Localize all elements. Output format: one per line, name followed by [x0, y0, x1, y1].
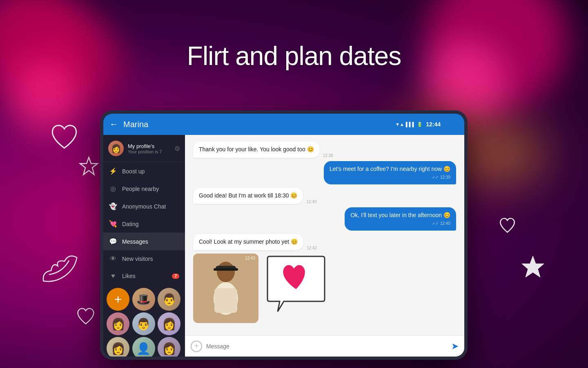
message-bubble: Ok, I'll text you later in the afternoon…: [345, 207, 456, 231]
clock: 12:44: [426, 121, 441, 128]
nav-title: Marina: [123, 120, 395, 129]
sidebar-item-boost[interactable]: ⚡ Boost up: [103, 162, 185, 180]
likes-badge: 7: [172, 274, 179, 279]
deco-heart-bottomleft: [76, 307, 96, 330]
table-row: Thank you for your like. You look good t…: [193, 141, 456, 158]
svg-rect-7: [214, 288, 237, 313]
nav-bar: ← Marina ▼▲ ▌▌▌ 🔋 12:44 👤: [103, 114, 464, 135]
read-ticks: ✓✓: [432, 221, 439, 227]
list-item[interactable]: 👨: [132, 312, 155, 335]
sidebar: 👩 My profile's Your position is 7 ⚙ ⚡ Bo…: [103, 135, 185, 357]
sidebar-item-dating[interactable]: 💘 Dating: [103, 215, 185, 233]
avatar: 👩: [108, 141, 124, 156]
page-title: Flirt and plan dates: [0, 41, 588, 71]
message-text: Good idea! But I'm at work till 18:30 😊: [199, 192, 297, 199]
photo-message: 12:43: [193, 254, 258, 323]
anon-label: Anonymous Chat: [122, 203, 166, 210]
message-text: Thank you for your like. You look good t…: [199, 146, 314, 153]
attach-button[interactable]: +: [191, 341, 202, 352]
dating-icon: 💘: [109, 220, 117, 228]
back-button[interactable]: ←: [109, 119, 118, 130]
message-time: 12:42: [307, 246, 317, 250]
anon-icon: 👻: [109, 202, 117, 210]
sidebar-item-visitors[interactable]: 👁 New visitors: [103, 250, 185, 267]
message-text: Cool! Look at my summer photo yet 😊: [199, 238, 298, 245]
wifi-icon: ▼▲: [395, 122, 404, 127]
messages-label: Messages: [122, 238, 148, 245]
list-item[interactable]: 👩: [158, 312, 180, 335]
chat-area: Thank you for your like. You look good t…: [185, 135, 464, 357]
signal-icon: ▌▌▌: [406, 122, 415, 127]
deco-heart-outline-topleft: [49, 123, 80, 158]
message-text: Ok, I'll text you later in the afternoon…: [350, 212, 450, 218]
visitors-label: New visitors: [122, 256, 153, 262]
message-bubble: Cool! Look at my summer photo yet 😊: [193, 234, 303, 250]
visitors-icon: 👁: [109, 255, 117, 263]
message-time: 12:39: [440, 175, 450, 180]
send-button[interactable]: ➤: [451, 341, 459, 352]
svg-marker-1: [522, 256, 544, 277]
svg-point-3: [217, 262, 235, 282]
photo-time: 12:43: [245, 256, 255, 260]
svg-marker-0: [80, 157, 98, 175]
profile-name: My profile's: [128, 143, 162, 149]
message-time: 12:38: [323, 153, 333, 158]
boost-label: Boost up: [122, 168, 145, 175]
sidebar-item-messages[interactable]: 💬 Messages: [103, 233, 185, 250]
gear-icon[interactable]: ⚙: [174, 145, 180, 153]
table-row: Good idea! But I'm at work till 18:30 😊 …: [193, 188, 456, 204]
speech-bubble: [263, 254, 329, 319]
messages-icon: 💬: [109, 238, 117, 245]
nearby-label: People nearby: [122, 186, 159, 192]
message-input[interactable]: [206, 343, 447, 350]
chat-messages: Thank you for your like. You look good t…: [185, 135, 464, 335]
status-bar: ▼▲ ▌▌▌ 🔋 12:44: [395, 121, 441, 128]
table-row: 12:43: [193, 254, 456, 323]
battery-icon: 🔋: [417, 122, 423, 127]
message-time: 12:40: [440, 221, 450, 227]
likes-icon: ♥: [109, 272, 117, 280]
profile-icon[interactable]: 👤: [447, 119, 458, 130]
table-row: Let's meet for a coffee? I'm nearby righ…: [193, 161, 456, 185]
message-bubble: Thank you for your like. You look good t…: [193, 141, 320, 158]
list-item[interactable]: 👤: [132, 337, 155, 357]
list-item[interactable]: 👩: [107, 337, 129, 357]
message-time: 12:40: [306, 200, 316, 204]
likes-label: Likes: [122, 273, 136, 279]
profile-sub: Your position is 7: [128, 149, 162, 154]
dating-label: Dating: [122, 221, 138, 227]
table-row: Cool! Look at my summer photo yet 😊 12:4…: [193, 234, 456, 250]
list-item[interactable]: 🎩: [132, 288, 155, 311]
sidebar-item-anon[interactable]: 👻 Anonymous Chat: [103, 197, 185, 215]
message-text: Let's meet for a coffee? I'm nearby righ…: [330, 166, 450, 172]
list-item[interactable]: 👨: [158, 288, 180, 311]
sidebar-profile[interactable]: 👩 My profile's Your position is 7 ⚙: [103, 135, 185, 162]
message-bubble: Good idea! But I'm at work till 18:30 😊: [193, 188, 303, 204]
nearby-icon: ◎: [109, 185, 117, 193]
svg-rect-5: [214, 268, 238, 271]
list-item[interactable]: 👩: [107, 312, 129, 335]
add-avatar-button[interactable]: +: [107, 288, 129, 311]
deco-star-topleft: [78, 155, 100, 183]
tablet-device: ← Marina ▼▲ ▌▌▌ 🔋 12:44 👤 👩 My profile's…: [100, 110, 468, 360]
message-bubble: Let's meet for a coffee? I'm nearby righ…: [324, 161, 456, 185]
sidebar-item-nearby[interactable]: ◎ People nearby: [103, 180, 185, 197]
table-row: Ok, I'll text you later in the afternoon…: [193, 207, 456, 231]
deco-star-bottomright: [519, 254, 547, 289]
avatar-grid: + 🎩 👨 👩 👨 👩 👩: [103, 285, 185, 357]
boost-icon: ⚡: [109, 167, 117, 175]
list-item[interactable]: 👩: [158, 337, 180, 357]
sidebar-item-likes[interactable]: ♥ Likes 7: [103, 267, 185, 285]
read-ticks: ✓✓: [432, 175, 439, 180]
chat-input-bar: + ➤: [185, 335, 464, 357]
deco-heart-bottomright: [498, 217, 517, 238]
